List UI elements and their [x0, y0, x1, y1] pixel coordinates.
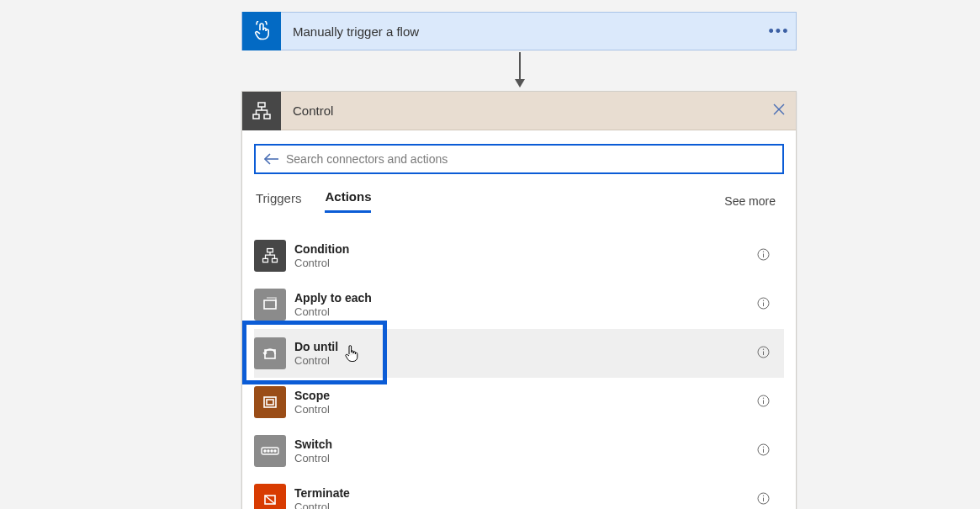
svg-line-34	[265, 496, 275, 504]
svg-rect-7	[263, 258, 268, 262]
info-icon	[757, 492, 770, 505]
panel-body: Triggers Actions See more ConditionContr…	[242, 130, 796, 509]
flow-arrow	[519, 52, 521, 86]
action-text: ConditionControl	[294, 242, 749, 269]
see-more-link[interactable]: See more	[724, 194, 782, 208]
info-button[interactable]	[749, 346, 777, 361]
info-icon	[757, 297, 770, 310]
svg-point-26	[264, 450, 266, 452]
svg-rect-21	[267, 400, 273, 405]
action-title: Do until	[294, 340, 749, 354]
action-title: Condition	[294, 242, 749, 257]
action-subtitle: Control	[294, 452, 749, 465]
svg-rect-8	[273, 258, 278, 262]
action-item-do-until[interactable]: Do untilControl	[254, 329, 784, 378]
svg-point-29	[274, 450, 276, 452]
svg-point-11	[762, 252, 763, 252]
search-input[interactable]	[281, 152, 776, 166]
action-title: Switch	[294, 437, 749, 452]
action-text: Apply to eachControl	[294, 291, 749, 318]
trigger-icon-box	[242, 12, 281, 50]
action-text: ScopeControl	[294, 389, 749, 416]
terminate-icon	[254, 484, 286, 509]
action-item-apply-to-each[interactable]: Apply to eachControl	[254, 280, 784, 329]
control-panel: Control Triggers Actio	[241, 91, 797, 509]
condition-icon	[254, 240, 286, 272]
action-subtitle: Control	[294, 403, 749, 416]
svg-rect-20	[264, 397, 276, 407]
action-item-terminate[interactable]: TerminateControl	[254, 475, 784, 509]
scope-icon	[254, 386, 286, 418]
action-subtitle: Control	[294, 354, 749, 368]
svg-point-37	[762, 496, 763, 496]
control-title: Control	[281, 103, 762, 118]
actions-list: ConditionControlApply to eachControlDo u…	[254, 231, 784, 509]
control-icon-box	[242, 92, 281, 130]
action-title: Terminate	[294, 486, 749, 501]
apply-each-icon	[254, 289, 286, 321]
svg-point-24	[762, 398, 763, 399]
action-subtitle: Control	[294, 501, 749, 509]
action-subtitle: Control	[294, 257, 749, 270]
info-button[interactable]	[749, 395, 777, 410]
svg-rect-0	[258, 103, 265, 107]
do-until-icon	[254, 337, 286, 369]
action-text: Do untilControl	[294, 340, 749, 367]
tabs-row: Triggers Actions See more	[254, 189, 784, 220]
action-item-condition[interactable]: ConditionControl	[254, 231, 784, 280]
action-item-switch[interactable]: SwitchControl	[254, 427, 784, 475]
info-icon	[757, 443, 770, 456]
svg-rect-6	[268, 249, 273, 252]
action-subtitle: Control	[294, 305, 749, 319]
trigger-card[interactable]: Manually trigger a flow •••	[241, 12, 797, 50]
info-icon	[757, 346, 770, 358]
control-header: Control	[242, 92, 796, 130]
info-button[interactable]	[749, 492, 777, 507]
tab-actions[interactable]: Actions	[325, 189, 371, 213]
info-button[interactable]	[749, 248, 777, 263]
control-icon	[251, 100, 273, 122]
close-button[interactable]	[762, 103, 796, 119]
trigger-label: Manually trigger a flow	[281, 24, 762, 39]
touch-icon	[252, 21, 272, 41]
action-title: Apply to each	[294, 291, 749, 305]
switch-icon	[254, 435, 286, 467]
info-button[interactable]	[749, 297, 777, 312]
svg-point-32	[762, 447, 763, 448]
search-row	[254, 144, 784, 174]
close-icon	[773, 103, 785, 115]
svg-rect-12	[264, 300, 276, 309]
back-arrow-icon	[264, 153, 279, 165]
action-title: Scope	[294, 389, 749, 403]
svg-point-15	[762, 300, 763, 301]
action-text: SwitchControl	[294, 437, 749, 464]
info-icon	[757, 248, 770, 261]
svg-rect-2	[264, 114, 270, 119]
trigger-menu-button[interactable]: •••	[762, 23, 796, 40]
info-button[interactable]	[749, 443, 777, 459]
action-text: TerminateControl	[294, 486, 749, 509]
tab-triggers[interactable]: Triggers	[256, 191, 301, 212]
search-back-button[interactable]	[262, 153, 281, 165]
svg-point-27	[268, 450, 269, 452]
action-item-scope[interactable]: ScopeControl	[254, 378, 784, 427]
svg-point-19	[762, 349, 763, 350]
info-icon	[757, 395, 770, 407]
svg-point-28	[271, 450, 273, 452]
svg-rect-1	[253, 114, 259, 119]
